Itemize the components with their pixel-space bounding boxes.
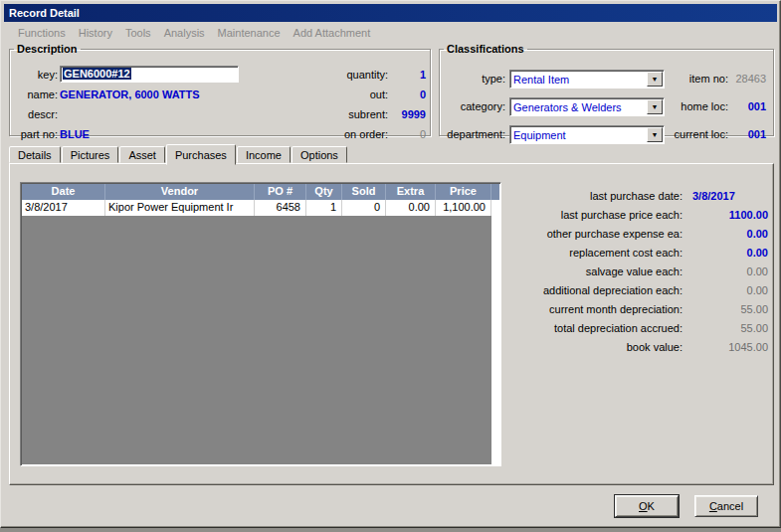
menu-bar: Functions History Tools Analysis Mainten… [4,22,777,43]
cancel-button-label: Cancel [709,496,743,516]
menu-item-functions[interactable]: Functions [18,27,66,39]
menu-item-maintenance[interactable]: Maintenance [218,27,281,39]
tab-pictures[interactable]: Pictures [62,146,119,163]
part-no-value[interactable]: BLUE [60,126,298,142]
chevron-down-icon[interactable]: ▼ [647,72,663,87]
tab-options[interactable]: Options [292,146,347,163]
name-label: name: [12,87,58,102]
tab-asset[interactable]: Asset [119,146,165,163]
cell-qty: 1 [306,200,342,216]
column-header-sold[interactable]: Sold [342,184,386,200]
current-month-depreciation-value: 55.00 [683,303,768,315]
menu-item-add-attachment[interactable]: Add Attachment [293,27,371,39]
column-header-qty[interactable]: Qty [306,184,342,200]
column-header-extra[interactable]: Extra [386,184,436,200]
replacement-cost-label: replacement cost each: [505,247,683,259]
table-empty-area [22,216,491,464]
summary-row: book value: 1045.00 [505,337,768,356]
other-purchase-expense-value: 0.00 [683,228,768,240]
quantity-label: quantity: [308,67,388,83]
item-no-label: item no: [665,71,728,87]
purchase-summary: last purchase date: 3/8/2017 last purcha… [505,186,768,356]
on-order-value: 0 [392,126,426,142]
home-loc-label: home loc: [665,98,728,114]
additional-depreciation-value: 0.00 [683,284,768,296]
other-purchase-expense-label: other purchase expense ea: [505,228,683,240]
last-purchase-price-label: last purchase price each: [505,209,683,221]
ok-button-label: OK [639,496,655,516]
out-label: out: [308,87,388,102]
summary-row: other purchase expense ea: 0.00 [505,224,768,243]
column-header-price[interactable]: Price [436,184,491,200]
cell-price: 1,100.00 [436,200,491,216]
last-purchase-price-value: 1100.00 [683,209,768,221]
cell-stub [491,200,499,216]
current-month-depreciation-label: current month depreciation: [505,303,683,315]
purchases-tab-panel: Date Vendor PO # Qty Sold Extra Price 3/… [9,163,774,485]
cell-sold: 0 [342,200,386,216]
classifications-legend: Classifications [444,43,527,55]
key-input-selected-text: GEN6000#12 [63,68,131,80]
summary-row: last purchase date: 3/8/2017 [505,186,768,205]
chevron-down-icon[interactable]: ▼ [647,99,663,114]
tab-purchases[interactable]: Purchases [166,144,236,165]
cell-date: 3/8/2017 [22,200,105,216]
ok-button[interactable]: OK [615,495,679,517]
chevron-down-icon[interactable]: ▼ [647,127,663,142]
tab-income[interactable]: Income [237,146,291,163]
menu-item-analysis[interactable]: Analysis [164,27,205,39]
type-dropdown-value: Rental Item [513,73,646,87]
column-header-vendor[interactable]: Vendor [105,184,255,200]
replacement-cost-value: 0.00 [683,247,768,259]
title-bar[interactable]: Record Detail [4,4,777,22]
tab-strip: Details Pictures Asset Purchases Income … [9,146,348,164]
column-header-po[interactable]: PO # [255,184,306,200]
name-value[interactable]: GENERATOR, 6000 WATTS [60,87,298,102]
department-dropdown-value: Equipment [513,128,646,142]
home-loc-value: 001 [732,98,766,114]
subrent-label: subrent: [308,106,388,122]
summary-row: current month depreciation: 55.00 [505,299,768,318]
purchases-table-header: Date Vendor PO # Qty Sold Extra Price [22,184,499,200]
part-no-label: part no: [12,126,58,142]
tab-details[interactable]: Details [9,146,61,163]
table-right-strip [491,200,499,464]
column-header-date[interactable]: Date [22,184,105,200]
record-detail-window: Record Detail Functions History Tools An… [0,0,781,528]
last-purchase-date-label: last purchase date: [505,190,683,202]
cancel-button[interactable]: Cancel [694,495,758,517]
current-loc-value: 001 [732,126,766,142]
current-loc-label: current loc: [665,126,728,142]
book-value-label: book value: [505,341,683,353]
cell-vendor: Kipor Power Equipment Ir [105,200,255,216]
salvage-value-value: 0.00 [683,266,768,277]
type-dropdown[interactable]: Rental Item ▼ [509,70,665,89]
descr-value[interactable] [60,106,298,122]
column-header-stub [491,184,499,200]
subrent-value: 9999 [392,106,426,122]
description-group: Description key: GEN6000#12 name: GENERA… [9,43,431,136]
item-no-value: 28463 [732,71,766,87]
cell-po: 6458 [255,200,306,216]
table-row[interactable]: 3/8/2017 Kipor Power Equipment Ir 6458 1… [22,200,499,216]
category-dropdown[interactable]: Generators & Welders ▼ [509,97,665,116]
cell-extra: 0.00 [386,200,436,216]
summary-row: last purchase price each: 1100.00 [505,205,768,224]
last-purchase-date-value: 3/8/2017 [683,190,768,202]
summary-row: salvage value each: 0.00 [505,262,768,280]
quantity-value: 1 [392,67,426,83]
department-dropdown[interactable]: Equipment ▼ [509,125,665,144]
purchases-table: Date Vendor PO # Qty Sold Extra Price 3/… [20,182,501,466]
department-label: department: [442,126,505,142]
descr-label: descr: [12,106,58,122]
summary-row: total depreciation accrued: 55.00 [505,318,768,337]
total-depreciation-label: total depreciation accrued: [505,322,683,334]
out-value: 0 [392,87,426,102]
key-input[interactable]: GEN6000#12 [60,66,239,83]
total-depreciation-value: 55.00 [683,322,768,334]
menu-item-history[interactable]: History [79,27,112,39]
classifications-group: Classifications type: Rental Item ▼ item… [439,43,774,136]
key-label: key: [12,67,58,83]
category-dropdown-value: Generators & Welders [513,100,646,114]
menu-item-tools[interactable]: Tools [125,27,151,39]
